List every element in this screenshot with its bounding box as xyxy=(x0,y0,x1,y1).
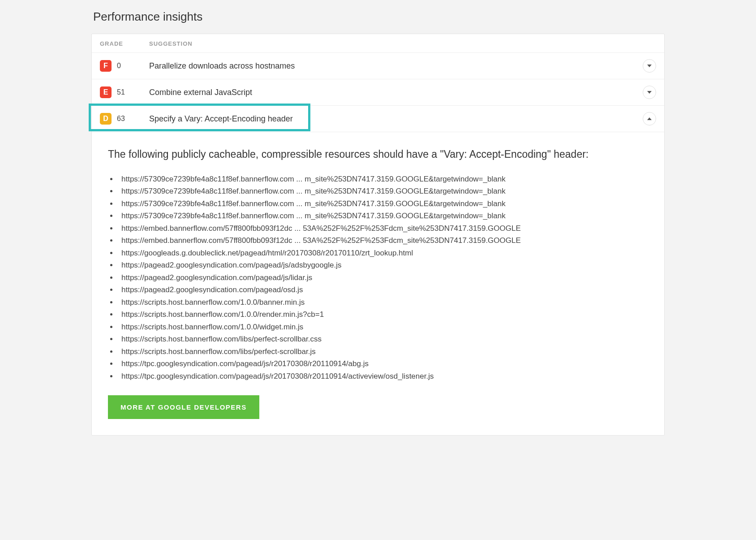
collapse-toggle[interactable] xyxy=(643,112,656,125)
insight-row[interactable]: F 0 Parallelize downloads across hostnam… xyxy=(92,52,664,79)
suggestion-text: Specify a Vary: Accept-Encoding header xyxy=(149,114,643,124)
resource-url: https://57309ce7239bfe4a8c11f8ef.bannerf… xyxy=(118,210,648,222)
grade-score: 63 xyxy=(117,115,127,123)
chevron-down-icon xyxy=(647,65,652,67)
resource-url: https://57309ce7239bfe4a8c11f8ef.bannerf… xyxy=(118,173,648,186)
resource-url: https://embed.bannerflow.com/57ff800fbb0… xyxy=(118,222,648,235)
grade-score: 51 xyxy=(117,88,127,96)
expand-toggle[interactable] xyxy=(643,59,656,73)
resource-url: https://tpc.googlesyndication.com/pagead… xyxy=(118,358,648,370)
col-header-suggestion: SUGGESTION xyxy=(149,40,656,47)
resource-url: https://scripts.host.bannerflow.com/libs… xyxy=(118,346,648,358)
resource-url: https://pagead2.googlesyndication.com/pa… xyxy=(118,272,648,284)
resource-url: https://57309ce7239bfe4a8c11f8ef.bannerf… xyxy=(118,185,648,198)
resource-url: https://embed.bannerflow.com/57ff800fbb0… xyxy=(118,234,648,247)
insight-row[interactable]: D 63 Specify a Vary: Accept-Encoding hea… xyxy=(92,105,664,132)
resource-url: https://pagead2.googlesyndication.com/pa… xyxy=(118,259,648,272)
more-at-google-button[interactable]: MORE AT GOOGLE DEVELOPERS xyxy=(108,395,259,419)
detail-description: The following publicly cacheable, compre… xyxy=(108,147,648,162)
insight-detail: The following publicly cacheable, compre… xyxy=(92,132,664,435)
chevron-down-icon xyxy=(647,91,652,94)
col-header-grade: GRADE xyxy=(100,40,149,47)
grade-score: 0 xyxy=(117,62,127,70)
resource-url: https://57309ce7239bfe4a8c11f8ef.bannerf… xyxy=(118,198,648,210)
resource-url: https://scripts.host.bannerflow.com/1.0.… xyxy=(118,308,648,321)
table-header: GRADE SUGGESTION xyxy=(92,34,664,52)
suggestion-text: Combine external JavaScript xyxy=(149,88,643,97)
insights-panel: GRADE SUGGESTION F 0 Parallelize downloa… xyxy=(91,34,665,436)
expand-toggle[interactable] xyxy=(643,86,656,99)
resource-url: https://scripts.host.bannerflow.com/1.0.… xyxy=(118,321,648,333)
resource-url: https://scripts.host.bannerflow.com/1.0.… xyxy=(118,296,648,309)
chevron-up-icon xyxy=(647,117,652,120)
grade-badge: D xyxy=(100,113,112,125)
resource-url: https://googleads.g.doubleclick.net/page… xyxy=(118,247,648,259)
page-title: Performance insights xyxy=(93,10,665,24)
insight-row[interactable]: E 51 Combine external JavaScript xyxy=(92,79,664,105)
resource-url: https://tpc.googlesyndication.com/pagead… xyxy=(118,370,648,383)
grade-badge: F xyxy=(100,60,112,72)
resource-list: https://57309ce7239bfe4a8c11f8ef.bannerf… xyxy=(108,173,648,383)
grade-badge: E xyxy=(100,86,112,98)
resource-url: https://scripts.host.bannerflow.com/libs… xyxy=(118,333,648,346)
suggestion-text: Parallelize downloads across hostnames xyxy=(149,61,643,71)
resource-url: https://pagead2.googlesyndication.com/pa… xyxy=(118,284,648,296)
